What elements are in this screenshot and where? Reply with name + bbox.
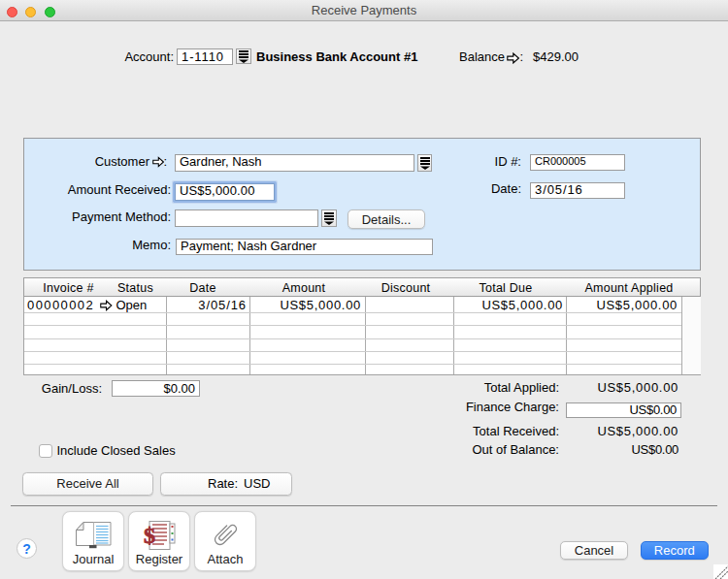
svg-text:$: $	[144, 523, 155, 548]
